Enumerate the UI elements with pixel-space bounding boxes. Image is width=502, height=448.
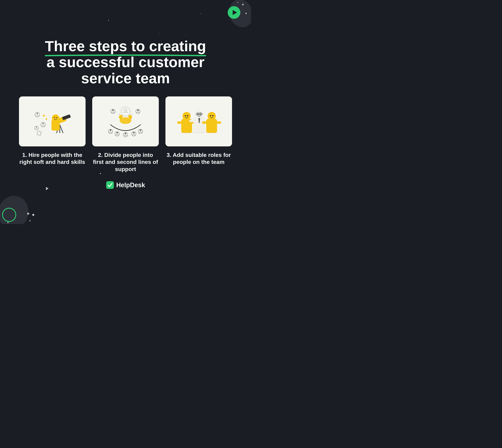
svg-rect-29	[37, 131, 42, 135]
svg-rect-69	[206, 119, 217, 133]
step-1-label: 1. Hire people with the right soft and h…	[19, 151, 86, 166]
svg-rect-14	[62, 114, 71, 120]
svg-point-25	[42, 123, 44, 124]
svg-rect-74	[216, 121, 221, 124]
svg-point-72	[212, 115, 213, 116]
svg-point-47	[140, 129, 141, 131]
svg-rect-67	[189, 120, 194, 122]
svg-point-39	[110, 129, 111, 131]
title-line2: a successful customer	[46, 54, 205, 70]
svg-point-66	[200, 113, 201, 115]
svg-point-53	[185, 115, 186, 116]
svg-point-33	[124, 109, 127, 112]
svg-rect-73	[202, 121, 207, 124]
svg-point-21	[56, 117, 57, 118]
svg-point-71	[210, 115, 211, 116]
svg-point-23	[36, 113, 38, 114]
step-3-label: 3. Add suitable roles for people on the …	[166, 151, 232, 166]
svg-rect-55	[177, 121, 182, 124]
svg-point-54	[187, 115, 188, 116]
title-line3: service team	[81, 70, 170, 86]
svg-point-20	[54, 117, 55, 118]
svg-point-37	[137, 110, 139, 111]
steps-container: 1. Hire people with the right soft and h…	[13, 96, 238, 173]
title-underline-span: Three steps to creating	[45, 38, 206, 54]
main-container: Three steps to creating a successful cus…	[0, 0, 251, 224]
svg-text:✕: ✕	[131, 113, 133, 116]
svg-line-16	[60, 125, 63, 133]
step-2-label: 2. Divide people into first and second l…	[92, 151, 159, 173]
svg-point-41	[116, 132, 118, 134]
step-2: ✕ ✕ ✕ 2. Divide people into first and se…	[92, 96, 159, 173]
svg-point-43	[125, 133, 126, 134]
svg-marker-28	[42, 114, 46, 116]
page-title: Three steps to creating a successful cus…	[45, 38, 206, 86]
step-3-image	[166, 96, 232, 146]
brand-name: HelpDesk	[116, 181, 145, 189]
svg-point-19	[52, 114, 59, 122]
svg-point-30	[46, 118, 47, 120]
svg-point-52	[183, 112, 191, 120]
svg-point-27	[36, 127, 37, 128]
svg-text:✕: ✕	[122, 129, 123, 131]
step-3: 3. Add suitable roles for people on the …	[166, 96, 232, 166]
svg-point-45	[133, 132, 135, 134]
svg-point-35	[112, 110, 114, 111]
brand-container: HelpDesk	[106, 181, 145, 189]
step-2-image: ✕ ✕ ✕	[92, 96, 159, 146]
helpdesk-logo	[106, 181, 114, 189]
svg-point-65	[197, 113, 198, 115]
step-1-image	[19, 96, 86, 146]
step-1: 1. Hire people with the right soft and h…	[19, 96, 86, 166]
svg-text:✕: ✕	[119, 113, 120, 116]
svg-point-70	[208, 112, 216, 120]
svg-rect-76	[106, 181, 114, 189]
